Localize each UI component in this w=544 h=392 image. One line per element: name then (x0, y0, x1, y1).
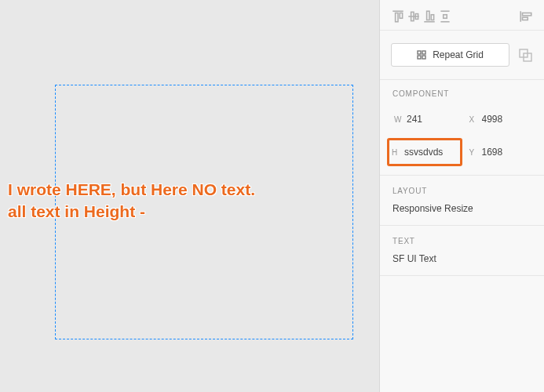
height-field[interactable]: H (387, 138, 462, 166)
component-section-header: COMPONENT (380, 80, 544, 103)
svg-rect-2 (400, 13, 402, 19)
repeat-grid-label: Repeat Grid (433, 49, 484, 60)
boolean-ops-icon[interactable] (517, 47, 533, 63)
width-field[interactable]: W (389, 107, 460, 131)
align-top-icon[interactable] (391, 9, 405, 22)
design-canvas[interactable]: I wrote HERE, but Here NO text. all text… (0, 0, 379, 392)
svg-rect-7 (427, 11, 429, 20)
selection-outline[interactable] (55, 85, 353, 339)
repeat-grid-row: Repeat Grid (380, 31, 544, 80)
svg-rect-16 (422, 51, 425, 54)
svg-rect-1 (396, 13, 398, 22)
font-family-row[interactable]: SF UI Text (392, 253, 531, 264)
svg-rect-11 (444, 15, 447, 19)
svg-rect-17 (418, 56, 421, 59)
svg-rect-18 (422, 56, 425, 59)
x-field[interactable]: X (465, 107, 535, 131)
distribute-v-icon[interactable] (438, 9, 452, 22)
height-input[interactable] (403, 143, 459, 161)
repeat-grid-button[interactable]: Repeat Grid (391, 43, 509, 67)
layout-section: LAYOUT Responsive Resize (380, 176, 544, 226)
align-vcenter-icon[interactable] (407, 9, 421, 22)
height-label: H (392, 148, 403, 157)
y-label: Y (469, 148, 480, 157)
svg-rect-8 (431, 15, 433, 20)
inspector-panel: Repeat Grid COMPONENT W X H Y LAYOUT Res… (379, 0, 544, 392)
y-field[interactable]: Y (465, 140, 535, 164)
svg-rect-15 (418, 51, 421, 54)
text-section: TEXT SF UI Text (380, 226, 544, 276)
transform-section: W X H Y (380, 103, 544, 176)
grid-icon (417, 50, 426, 60)
svg-rect-13 (523, 13, 531, 16)
align-left-icon[interactable] (519, 9, 533, 22)
alignment-toolbar (380, 0, 544, 31)
align-bottom-icon[interactable] (422, 9, 436, 22)
responsive-resize-row[interactable]: Responsive Resize (392, 203, 531, 214)
width-label: W (394, 115, 405, 124)
layout-header: LAYOUT (392, 187, 531, 195)
svg-rect-14 (523, 17, 528, 20)
text-header: TEXT (392, 237, 531, 245)
width-input[interactable] (405, 111, 457, 128)
y-input[interactable] (480, 143, 532, 161)
x-label: X (469, 115, 480, 124)
x-input[interactable] (480, 111, 532, 128)
